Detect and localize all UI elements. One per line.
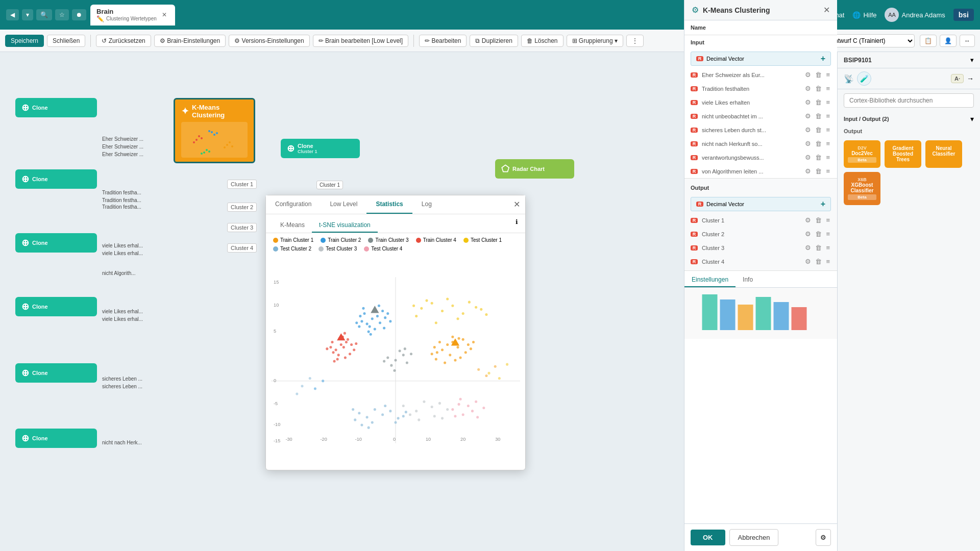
lib-node-xgboost[interactable]: X6B XGBoost Classifier Beta <box>844 172 880 205</box>
out-delete-btn-4[interactable]: 🗑 <box>814 257 823 266</box>
out-drag-btn-4[interactable]: ≡ <box>825 257 831 266</box>
node-kmeans[interactable]: ✦ K-Means Clustering <box>174 98 255 163</box>
kmeans-icon: ✦ <box>181 106 189 117</box>
gruppierung-button[interactable]: ⊞ Gruppierung ▾ <box>567 35 623 47</box>
cancel-button[interactable]: Abbrechen <box>729 529 779 546</box>
drag-btn-7[interactable]: ≡ <box>825 153 831 162</box>
schliessen-button[interactable]: Schließen <box>47 35 85 47</box>
drag-btn-8[interactable]: ≡ <box>825 166 831 176</box>
tab-info[interactable]: Info <box>736 273 760 287</box>
svg-point-48 <box>326 347 328 350</box>
settings-btn-2[interactable]: ⚙ <box>804 84 812 93</box>
bearbeiten-button[interactable]: ✏ Bearbeiten <box>419 35 467 47</box>
r-badge-input: R <box>696 56 703 61</box>
tab-log[interactable]: Log <box>412 195 441 214</box>
node-clone-1[interactable]: ⊕ Clone <box>15 98 97 117</box>
settings-btn-8[interactable]: ⚙ <box>804 166 812 176</box>
delete-btn-4[interactable]: 🗑 <box>814 111 823 121</box>
delete-btn-3[interactable]: 🗑 <box>814 97 823 107</box>
node-clone-5[interactable]: ⊕ Clone <box>15 363 97 383</box>
drag-btn-1[interactable]: ≡ <box>825 70 831 80</box>
out-delete-btn-3[interactable]: 🗑 <box>814 243 823 253</box>
node-clone-4[interactable]: ⊕ Clone <box>15 297 97 316</box>
zuruecksetzen-button[interactable]: ↺ Zurücksetzen <box>96 35 151 47</box>
cluster-label-3: Cluster 3 <box>227 223 257 232</box>
node-clone-6[interactable]: ⊕ Clone <box>15 429 97 448</box>
delete-btn-6[interactable]: 🗑 <box>814 139 823 148</box>
search-button[interactable]: 🔍 <box>36 9 52 20</box>
delete-btn-7[interactable]: 🗑 <box>814 153 823 162</box>
kmeans-panel-close[interactable]: ✕ <box>823 5 830 15</box>
svg-text:-5: -5 <box>274 401 278 406</box>
node-clone-3[interactable]: ⊕ Clone <box>15 233 97 253</box>
drag-btn-2[interactable]: ≡ <box>825 84 831 93</box>
out-delete-btn-2[interactable]: 🗑 <box>814 229 823 239</box>
tab-close-button[interactable]: ✕ <box>160 10 169 19</box>
out-drag-btn-1[interactable]: ≡ <box>825 215 831 225</box>
settings-btn-7[interactable]: ⚙ <box>804 153 812 162</box>
panel-wifi-icon[interactable]: 📡 <box>844 74 854 84</box>
out-drag-btn-2[interactable]: ≡ <box>825 229 831 239</box>
settings-btn-3[interactable]: ⚙ <box>804 97 812 107</box>
drag-btn-5[interactable]: ≡ <box>825 125 831 135</box>
brain-einstellungen-button[interactable]: ⚙ Brain-Einstellungen <box>154 35 226 47</box>
lib-node-doc2vec[interactable]: D2V Doc2Vec Beta <box>844 140 880 168</box>
svg-point-83 <box>464 351 467 354</box>
node-clone-2[interactable]: ⊕ Clone <box>15 169 97 189</box>
node-radar[interactable]: ⬠ Radar Chart <box>495 159 574 179</box>
speichern-button[interactable]: Speichern <box>5 35 44 47</box>
cortex-search-input[interactable] <box>844 93 974 108</box>
modal-close-button[interactable]: ✕ <box>513 199 520 209</box>
svg-point-165 <box>296 393 298 395</box>
tab-low-level[interactable]: Low Level <box>321 195 366 214</box>
icon-btn-3[interactable]: ↔ <box>960 35 975 47</box>
sub-tab-tsne[interactable]: t-SNE visualization <box>312 218 378 233</box>
drag-btn-3[interactable]: ≡ <box>825 97 831 107</box>
out-drag-btn-3[interactable]: ≡ <box>825 243 831 253</box>
lib-node-gradient[interactable]: Gradient Boosted Trees <box>885 140 921 168</box>
nav-back-button[interactable]: ◀ <box>6 9 19 20</box>
settings-btn-5[interactable]: ⚙ <box>804 125 812 135</box>
out-settings-btn-4[interactable]: ⚙ <box>804 257 812 266</box>
delete-btn-8[interactable]: 🗑 <box>814 166 823 176</box>
more-button[interactable]: ⋮ <box>626 35 644 47</box>
panel-arrow-right[interactable]: → <box>967 74 974 83</box>
out-settings-btn-3[interactable]: ⚙ <box>804 243 812 253</box>
panel-flask-icon[interactable]: 🧪 <box>857 71 871 86</box>
sub-tab-kmeans[interactable]: K-Means <box>273 218 312 233</box>
tab-configuration[interactable]: Configuration <box>266 195 321 214</box>
icon-btn-2[interactable]: 👤 <box>940 35 957 47</box>
bookmark-button[interactable]: ☆ <box>55 9 69 20</box>
out-settings-btn-1[interactable]: ⚙ <box>804 215 812 225</box>
versions-einstellungen-button[interactable]: ⚙ Versions-Einstellungen <box>229 35 309 47</box>
settings-gear-button[interactable]: ⚙ <box>816 529 831 546</box>
nav-dropdown-button[interactable]: ▾ <box>22 9 33 20</box>
brain-bearbeiten-button[interactable]: ✏ Brain bearbeiten [Low Level] <box>313 35 408 47</box>
loeschen-button[interactable]: 🗑 Löschen <box>521 35 564 47</box>
delete-btn-2[interactable]: 🗑 <box>814 84 823 93</box>
tab-statistics[interactable]: Statistics <box>366 195 412 214</box>
node-clone-mid[interactable]: ⊕ Clone Cluster 1 <box>281 139 360 158</box>
out-delete-btn-1[interactable]: 🗑 <box>814 215 823 225</box>
icon-btn-1[interactable]: 📋 <box>920 35 937 47</box>
settings-btn-1[interactable]: ⚙ <box>804 70 812 80</box>
input-output-expand[interactable]: ▾ <box>970 115 974 123</box>
duplizieren-button[interactable]: ⧉ Duplizieren <box>470 35 518 47</box>
delete-btn-5[interactable]: 🗑 <box>814 125 823 135</box>
svg-point-37 <box>332 351 334 354</box>
user-profile[interactable]: AA Andrea Adams <box>885 8 945 22</box>
settings-btn-6[interactable]: ⚙ <box>804 139 812 148</box>
add-input-button[interactable]: + <box>821 54 825 63</box>
lib-node-neural[interactable]: Neural Classifier <box>925 140 962 168</box>
delete-btn-1[interactable]: 🗑 <box>814 70 823 80</box>
tab-einstellungen[interactable]: Einstellungen <box>684 273 736 287</box>
drag-btn-6[interactable]: ≡ <box>825 139 831 148</box>
record-button[interactable]: ⏺ <box>72 9 86 20</box>
settings-btn-4[interactable]: ⚙ <box>804 111 812 121</box>
drag-btn-4[interactable]: ≡ <box>825 111 831 121</box>
right-panel-expand[interactable]: ▾ <box>970 56 974 64</box>
add-output-button[interactable]: + <box>821 199 825 209</box>
hilfe-button[interactable]: 🌐 Hilfe <box>852 11 876 19</box>
out-settings-btn-2[interactable]: ⚙ <box>804 229 812 239</box>
ok-button[interactable]: OK <box>691 530 725 545</box>
